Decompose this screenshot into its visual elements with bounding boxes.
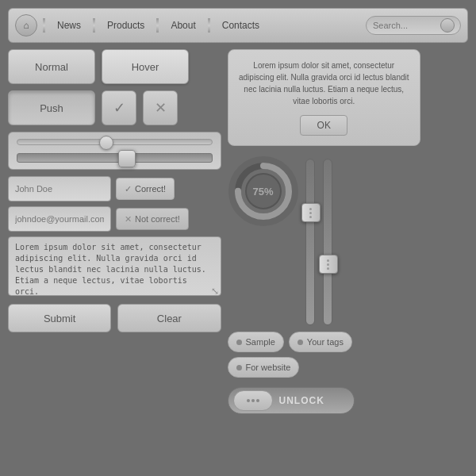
v-slider-track-1[interactable] bbox=[305, 159, 315, 325]
v-slider-thumb-2[interactable] bbox=[319, 255, 338, 274]
slider-container bbox=[8, 132, 221, 170]
tag-dot-2 bbox=[298, 340, 303, 345]
slider-thumb-1[interactable] bbox=[99, 136, 113, 150]
tag-your-tags[interactable]: Your tags bbox=[289, 332, 352, 352]
v-slider-track-2[interactable] bbox=[323, 159, 332, 325]
button-row-2: Push ✓ ✕ bbox=[8, 90, 221, 125]
main-content: Normal Hover Push ✓ ✕ bbox=[8, 49, 420, 414]
tag-dot-1 bbox=[236, 340, 242, 345]
circular-progress: 75% bbox=[228, 155, 299, 227]
progress-label: 75% bbox=[253, 186, 274, 198]
left-panel: Normal Hover Push ✓ ✕ bbox=[8, 49, 221, 414]
email-input[interactable] bbox=[8, 206, 111, 232]
correct-badge: ✓ Correct! bbox=[116, 178, 175, 200]
submit-button[interactable]: Submit bbox=[8, 304, 111, 332]
tag-for-website-label: For website bbox=[246, 363, 291, 372]
search-input[interactable] bbox=[373, 21, 440, 30]
form-fields: ✓ Correct! ✕ Not correct! Lorem ipsum do… bbox=[8, 176, 221, 332]
incorrect-cross-icon: ✕ bbox=[125, 214, 132, 225]
dialog-box: Lorem ipsum dolor sit amet, consectetur … bbox=[228, 49, 420, 146]
nav-separator-2 bbox=[93, 18, 95, 33]
navbar: ⌂ News Products About Contacts bbox=[8, 8, 468, 43]
nav-item-about[interactable]: About bbox=[164, 20, 202, 31]
v-slider-thumb-1[interactable] bbox=[301, 203, 321, 222]
normal-button[interactable]: Normal bbox=[8, 49, 95, 84]
hover-button[interactable]: Hover bbox=[102, 49, 189, 84]
correct-check-icon: ✓ bbox=[125, 184, 132, 194]
textarea-container: Lorem ipsum dolor sit amet, consectetur … bbox=[8, 236, 221, 299]
nav-item-products[interactable]: Products bbox=[101, 20, 151, 31]
tags-area: Sample Your tags For website bbox=[228, 332, 420, 378]
correct-label: Correct! bbox=[135, 184, 166, 194]
slider-thumb-2[interactable] bbox=[118, 150, 136, 167]
tag-your-tags-label: Your tags bbox=[307, 337, 344, 347]
resize-handle-icon: ⤡ bbox=[211, 286, 219, 297]
slider-track-1[interactable] bbox=[17, 139, 213, 145]
incorrect-badge: ✕ Not correct! bbox=[116, 208, 189, 230]
message-textarea[interactable]: Lorem ipsum dolor sit amet, consectetur … bbox=[8, 236, 221, 296]
slider-track-2[interactable] bbox=[17, 153, 213, 163]
check-icon[interactable]: ✓ bbox=[102, 90, 136, 125]
unlock-handle bbox=[233, 390, 273, 411]
search-button[interactable] bbox=[440, 18, 455, 33]
home-icon[interactable]: ⌂ bbox=[15, 14, 37, 36]
nav-separator-1 bbox=[43, 18, 45, 33]
button-row-1: Normal Hover bbox=[8, 49, 221, 84]
push-button[interactable]: Push bbox=[8, 90, 95, 125]
tag-sample-label: Sample bbox=[246, 337, 275, 347]
search-box bbox=[366, 16, 461, 35]
dialog-text: Lorem ipsum dolor sit amet, consectetur … bbox=[238, 60, 410, 107]
name-input[interactable] bbox=[8, 176, 111, 202]
email-field-row: ✕ Not correct! bbox=[8, 206, 221, 232]
tag-dot-3 bbox=[236, 365, 242, 370]
form-buttons: Submit Clear bbox=[8, 304, 221, 332]
nav-item-contacts[interactable]: Contacts bbox=[216, 20, 266, 31]
tag-sample[interactable]: Sample bbox=[228, 332, 284, 352]
nav-separator-4 bbox=[208, 18, 210, 33]
right-panel: Lorem ipsum dolor sit amet, consectetur … bbox=[228, 49, 420, 414]
unlock-label: UNLOCK bbox=[279, 395, 324, 406]
cross-icon[interactable]: ✕ bbox=[143, 90, 178, 125]
dialog-ok-button[interactable]: OK bbox=[300, 115, 347, 136]
clear-button[interactable]: Clear bbox=[117, 304, 221, 332]
nav-separator-3 bbox=[156, 18, 159, 33]
tag-for-website[interactable]: For website bbox=[228, 357, 300, 378]
nav-item-news[interactable]: News bbox=[51, 20, 87, 31]
unlock-toggle[interactable]: UNLOCK bbox=[228, 387, 355, 414]
name-field-row: ✓ Correct! bbox=[8, 176, 221, 202]
incorrect-label: Not correct! bbox=[135, 214, 180, 224]
